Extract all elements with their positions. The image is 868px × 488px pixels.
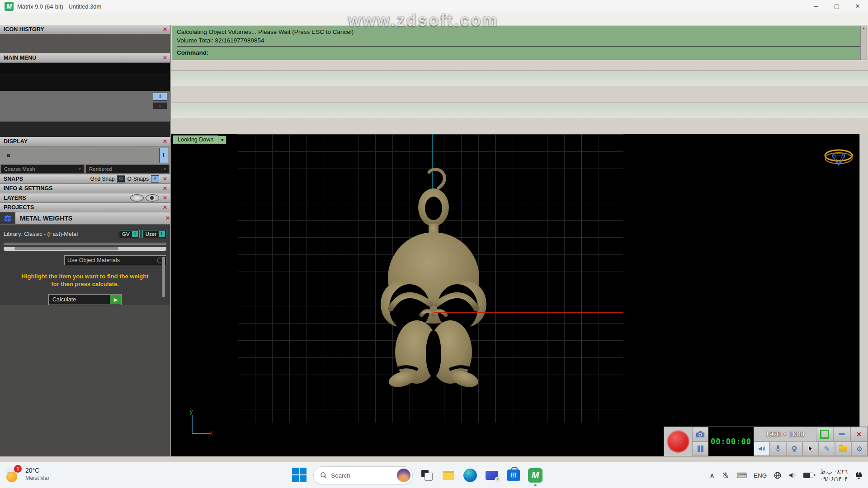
- icon-history-title: ICON HISTORY: [4, 26, 44, 33]
- close-button[interactable]: ✕: [847, 0, 868, 13]
- weather-condition: Meist klar: [25, 474, 49, 482]
- chevron-down-icon: ˅: [164, 167, 166, 171]
- clock[interactable]: ٠٨:٢٦ ب.ظ ١۴٠۴/٠٩/٠۶: [820, 468, 848, 483]
- category-row-2: [0, 82, 170, 91]
- weather-widget[interactable]: 1 20°C Meist klar: [5, 466, 49, 482]
- calculate-label: Calculate: [49, 295, 80, 305]
- grid-snap-label: Grid Snap: [90, 176, 115, 182]
- viewport-title-dropdown[interactable]: Looking Down ▼: [173, 135, 226, 144]
- metal-weights-header[interactable]: ⚖ METAL WEIGHTS ✕: [0, 212, 170, 225]
- y-axis-label: y: [190, 408, 193, 415]
- close-icon[interactable]: ✕: [163, 176, 167, 182]
- start-button[interactable]: [292, 468, 307, 483]
- close-icon[interactable]: ✕: [163, 195, 167, 201]
- cursor-button[interactable]: [802, 441, 819, 456]
- viewport-scrollbar[interactable]: [859, 134, 868, 456]
- layers-header[interactable]: LAYERS ✕: [0, 193, 170, 203]
- pencil-button[interactable]: ✎: [819, 441, 835, 456]
- command-area[interactable]: Calculating Object Volumes... Please Wai…: [172, 26, 867, 60]
- pendant-model[interactable]: [377, 168, 490, 396]
- volume-icon[interactable]: [788, 471, 797, 479]
- network-globe-icon[interactable]: [774, 471, 782, 479]
- grid-toggle-on[interactable]: I: [153, 93, 167, 101]
- command-prompt[interactable]: Command:: [177, 48, 862, 57]
- close-recorder-button[interactable]: ✕: [850, 427, 868, 441]
- gv-toggle[interactable]: GV I: [119, 230, 140, 238]
- stop-button[interactable]: [816, 427, 833, 441]
- standard-toolbar: [171, 70, 868, 86]
- osnaps-label: O-Snaps: [127, 176, 149, 182]
- close-icon[interactable]: ✕: [163, 138, 167, 145]
- command-scrollbar[interactable]: ▲: [860, 26, 867, 60]
- grid-snap-toggle[interactable]: O: [117, 175, 125, 183]
- close-icon[interactable]: ✕: [163, 55, 167, 61]
- speaker-button[interactable]: [754, 441, 770, 456]
- mesh-quality-dropdown[interactable]: Coarse Mesh ˅: [1, 164, 84, 174]
- sculpt-toolbar: [171, 103, 868, 118]
- temperature: 20°C: [25, 467, 49, 474]
- mic-button[interactable]: [770, 441, 786, 456]
- main-menu-header[interactable]: MAIN MENU ✕: [0, 53, 170, 63]
- settings-button[interactable]: ⚙: [851, 441, 868, 456]
- display-title: DISPLAY: [4, 138, 28, 145]
- eye-icon[interactable]: [146, 194, 159, 202]
- battery-icon[interactable]: [803, 473, 813, 478]
- osnaps-toggle[interactable]: I: [151, 175, 159, 183]
- close-icon[interactable]: ✕: [165, 215, 170, 221]
- display-header[interactable]: DISPLAY ✕: [0, 137, 170, 146]
- remote-desktop-button[interactable]: [484, 468, 500, 483]
- pause-button[interactable]: [692, 441, 708, 456]
- record-button[interactable]: [664, 427, 692, 456]
- mic-muted-icon[interactable]: [722, 471, 730, 479]
- title-bar: M Matrix 9.0 (64-bit) - Untitled.3dm ─ ▢…: [0, 0, 868, 13]
- tray-chevron-icon[interactable]: ∧: [709, 471, 715, 480]
- task-view-button[interactable]: [419, 468, 434, 483]
- tool-icon-grid: I ○: [0, 91, 170, 137]
- bulb-icon[interactable]: [130, 194, 144, 202]
- layers-title: LAYERS: [4, 195, 26, 201]
- icon-history-header[interactable]: ICON HISTORY ✕: [0, 25, 170, 34]
- close-icon[interactable]: ✕: [163, 26, 167, 33]
- chevron-down-icon[interactable]: ▼: [218, 136, 226, 144]
- info-settings-header[interactable]: INFO & SETTINGS ✕: [0, 184, 170, 193]
- viewport-title[interactable]: Looking Down: [173, 135, 218, 144]
- gv-label: GV: [122, 231, 130, 237]
- search-bar[interactable]: Search: [313, 466, 413, 484]
- close-icon[interactable]: ✕: [163, 185, 167, 192]
- edge-button[interactable]: [462, 468, 478, 483]
- file-explorer-button[interactable]: [441, 468, 456, 483]
- user-toggle-state: I: [159, 231, 165, 237]
- display-dropdowns: Coarse Mesh ˅ Rendered ˅: [0, 164, 170, 174]
- search-daily-image[interactable]: [397, 469, 410, 482]
- language-indicator[interactable]: ENG: [754, 472, 767, 479]
- speaker-icon: [758, 445, 766, 452]
- viewport-tabs: [171, 123, 868, 134]
- metal-weights-panel: Library: Classic - (Fast)-Metal GV I Use…: [0, 225, 170, 305]
- folder-button[interactable]: [835, 441, 851, 456]
- ring-orientation-icon: [822, 147, 855, 168]
- touch-keyboard-icon[interactable]: ⌨: [736, 471, 747, 480]
- maximize-button[interactable]: ▢: [826, 0, 847, 13]
- table-hscrollbar[interactable]: [4, 247, 166, 251]
- calculate-button[interactable]: Calculate ▶: [48, 294, 122, 305]
- store-button[interactable]: [506, 468, 521, 483]
- close-icon[interactable]: ✕: [163, 204, 167, 211]
- mic-icon: [775, 445, 781, 453]
- projects-header[interactable]: PROJECTS ✕: [0, 203, 170, 212]
- snaps-header[interactable]: SNAPS Grid Snap O O-Snaps I ✕: [0, 174, 170, 184]
- minimize-recorder-button[interactable]: [833, 427, 850, 441]
- resolution-display: 868 × 488: [754, 427, 816, 441]
- materials-dropdown[interactable]: Use Object Materials: [64, 255, 166, 265]
- minimize-button[interactable]: ─: [806, 0, 826, 13]
- user-toggle[interactable]: User I: [142, 230, 166, 238]
- display-mode-dropdown[interactable]: Rendered ˅: [86, 164, 169, 174]
- gear-icon: ⚙: [856, 445, 863, 453]
- grid-toggle-off[interactable]: ○: [153, 102, 167, 109]
- webcam-button[interactable]: [786, 441, 802, 456]
- display-toggle[interactable]: I: [159, 148, 168, 163]
- matrix-taskbar-button[interactable]: M: [528, 468, 543, 483]
- toolbar-tabs: [171, 60, 868, 70]
- screenshot-button[interactable]: [692, 427, 708, 441]
- viewport[interactable]: Looking Down ▼ y x: [171, 134, 859, 456]
- do-not-disturb-bell-icon[interactable]: [854, 471, 863, 480]
